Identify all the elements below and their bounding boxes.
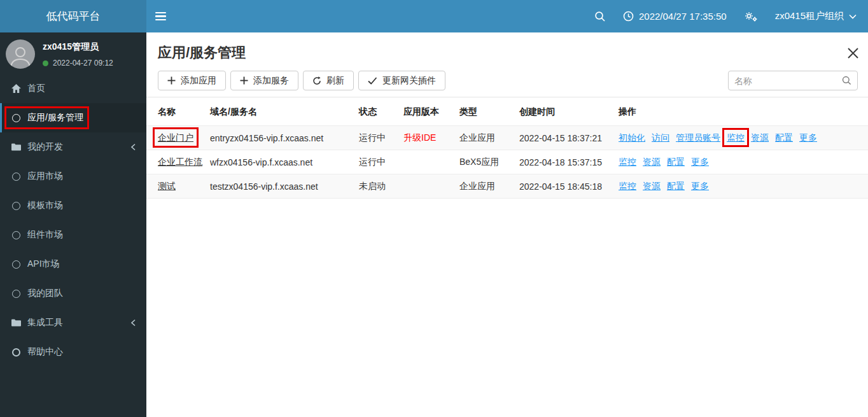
type-cell: 企业应用 <box>459 126 519 150</box>
circle-bold-icon <box>10 348 22 357</box>
sidebar-menu: 首页应用/服务管理我的开发应用市场模板市场组件市场API市场我的团队集成工具帮助… <box>0 74 146 367</box>
chevron-left-icon <box>130 143 136 151</box>
search-icon[interactable] <box>594 11 606 22</box>
app-name-link[interactable]: 测试 <box>158 181 176 191</box>
server-time-text: 2022/04/27 17:35:50 <box>639 11 727 22</box>
close-icon[interactable] <box>847 47 859 62</box>
chevron-left-icon <box>130 319 136 327</box>
domain-cell: testzx04156-vip.f.xcaas.net <box>210 174 359 199</box>
sidebar-item-2[interactable]: 我的开发 <box>0 132 146 162</box>
action-link[interactable]: 监控 <box>619 157 636 167</box>
circle-icon <box>10 231 22 239</box>
action-link[interactable]: 初始化 <box>619 132 645 143</box>
add-service-button[interactable]: 添加服务 <box>230 71 298 90</box>
search-box <box>728 71 858 90</box>
column-header: 应用版本 <box>403 97 459 126</box>
sidebar-item-4[interactable]: 模板市场 <box>0 191 146 220</box>
sidebar-toggle-button[interactable] <box>155 0 179 32</box>
plus-icon <box>240 76 248 85</box>
add-app-button[interactable]: 添加应用 <box>158 71 226 90</box>
actions-cell: 监控资源配置更多 <box>619 174 868 199</box>
action-link[interactable]: 更多 <box>691 181 709 191</box>
sidebar-item-7[interactable]: 我的团队 <box>0 279 146 308</box>
app-name-link[interactable]: 企业工作流 <box>158 157 202 167</box>
home-icon <box>10 84 22 93</box>
column-header: 状态 <box>359 97 403 126</box>
sidebar-item-6[interactable]: API市场 <box>0 250 146 279</box>
app-logo-text: 低代码平台 <box>46 9 101 24</box>
action-link[interactable]: 访问 <box>652 132 669 143</box>
sidebar-item-3[interactable]: 应用市场 <box>0 162 146 191</box>
refresh-icon <box>312 76 321 85</box>
created-cell: 2022-04-18 15:37:15 <box>519 150 619 174</box>
column-header: 名称 <box>146 97 210 126</box>
action-link[interactable]: 配置 <box>667 157 685 167</box>
circle-icon <box>10 202 22 210</box>
login-time: 2022-04-27 09:12 <box>53 59 113 67</box>
circle-icon <box>10 114 22 122</box>
check-icon <box>368 77 377 85</box>
circle-icon <box>10 260 22 269</box>
action-link[interactable]: 配置 <box>667 181 685 191</box>
folder-icon <box>10 143 22 151</box>
user-name: zx0415管理员 <box>43 41 113 53</box>
action-link[interactable]: 更多 <box>691 157 709 167</box>
created-cell: 2022-04-15 18:45:18 <box>519 174 619 199</box>
column-header: 创建时间 <box>519 97 619 126</box>
domain-cell: entryzx04156-vip.f.xcaas.net <box>210 126 359 150</box>
circle-icon <box>10 290 22 298</box>
action-link[interactable]: 监控 <box>727 132 745 143</box>
refresh-button[interactable]: 刷新 <box>303 71 354 90</box>
action-link[interactable]: 配置 <box>775 132 793 143</box>
clock-icon <box>623 11 634 22</box>
type-cell: 企业应用 <box>459 174 519 199</box>
actions-cell: 初始化访问管理员账号监控资源配置更多 <box>619 126 868 150</box>
app-name-link[interactable]: 企业门户 <box>158 132 193 143</box>
settings-cogs-icon[interactable] <box>744 11 758 22</box>
main-content: 应用/服务管理 添加应用 添加服务 刷新 更新网关 <box>146 32 868 417</box>
action-link[interactable]: 管理员账号 <box>676 132 720 143</box>
table-row: 企业门户entryzx04156-vip.f.xcaas.net运行中升级IDE… <box>146 126 868 150</box>
action-link[interactable]: 更多 <box>799 132 817 143</box>
table-body: 企业门户entryzx04156-vip.f.xcaas.net运行中升级IDE… <box>146 126 868 199</box>
circle-icon <box>10 173 22 181</box>
apps-table: 名称域名/服务名状态应用版本类型创建时间操作 企业门户entryzx04156-… <box>146 97 868 199</box>
column-header: 类型 <box>459 97 519 126</box>
avatar <box>6 39 35 69</box>
chevron-down-icon <box>849 14 857 19</box>
tenant-org-dropdown[interactable]: zx0415租户组织 <box>775 10 857 22</box>
app-logo[interactable]: 低代码平台 <box>0 0 146 32</box>
action-link[interactable]: 资源 <box>751 132 769 143</box>
sidebar-item-5[interactable]: 组件市场 <box>0 220 146 250</box>
created-cell: 2022-04-15 18:37:21 <box>519 126 619 150</box>
action-link[interactable]: 监控 <box>619 181 636 191</box>
actions-cell: 监控资源配置更多 <box>619 150 868 174</box>
column-header: 操作 <box>619 97 868 126</box>
sidebar: zx0415管理员 2022-04-27 09:12 首页应用/服务管理我的开发… <box>0 32 146 417</box>
table-header-row: 名称域名/服务名状态应用版本类型创建时间操作 <box>146 97 868 126</box>
table-row: 企业工作流wfzx04156-vip.f.xcaas.net运行中BeX5应用2… <box>146 150 868 174</box>
name-search-input[interactable] <box>729 76 842 86</box>
status-cell: 运行中 <box>359 126 403 150</box>
upgrade-ide-link[interactable]: 升级IDE <box>403 132 436 143</box>
server-time: 2022/04/27 17:35:50 <box>623 11 727 22</box>
action-link[interactable]: 资源 <box>643 181 661 191</box>
column-header: 域名/服务名 <box>210 97 359 126</box>
update-gateway-button[interactable]: 更新网关插件 <box>358 71 445 90</box>
tenant-org-label: zx0415租户组织 <box>775 10 844 22</box>
sidebar-item-1[interactable]: 应用/服务管理 <box>0 103 146 132</box>
user-panel: zx0415管理员 2022-04-27 09:12 <box>0 32 146 74</box>
toolbar: 添加应用 添加服务 刷新 更新网关插件 <box>146 62 868 97</box>
status-cell: 未启动 <box>359 174 403 199</box>
folder-icon <box>10 319 22 327</box>
action-link[interactable]: 资源 <box>643 157 661 167</box>
domain-cell: wfzx04156-vip.f.xcaas.net <box>210 150 359 174</box>
sidebar-item-8[interactable]: 集成工具 <box>0 308 146 337</box>
search-icon[interactable] <box>842 76 851 85</box>
plus-icon <box>167 76 176 85</box>
table-row: 测试testzx04156-vip.f.xcaas.net未启动企业应用2022… <box>146 174 868 199</box>
status-cell: 运行中 <box>359 150 403 174</box>
sidebar-item-0[interactable]: 首页 <box>0 74 146 103</box>
sidebar-item-9[interactable]: 帮助中心 <box>0 337 146 367</box>
top-navbar: 2022/04/27 17:35:50 zx0415租户组织 <box>146 0 868 32</box>
